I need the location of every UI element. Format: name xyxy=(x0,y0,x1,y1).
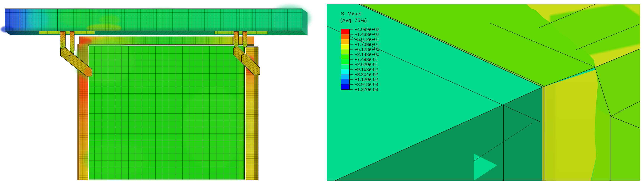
edge-highlight-strip xyxy=(542,86,545,181)
closeup-rendering xyxy=(327,4,640,181)
closeup-faces xyxy=(327,4,640,181)
panel-frame xyxy=(74,36,259,180)
overview-rendering xyxy=(0,0,316,186)
slab-beam xyxy=(1,5,310,35)
fea-figure: S, Mises (Avg: 75%) +4.099e+02+1.433e+02… xyxy=(0,0,644,186)
closeup-viewport: S, Mises (Avg: 75%) +4.099e+02+1.433e+02… xyxy=(327,4,640,181)
beam-end-face xyxy=(302,9,308,35)
center-panel xyxy=(74,39,245,180)
overview-viewport xyxy=(0,0,316,186)
